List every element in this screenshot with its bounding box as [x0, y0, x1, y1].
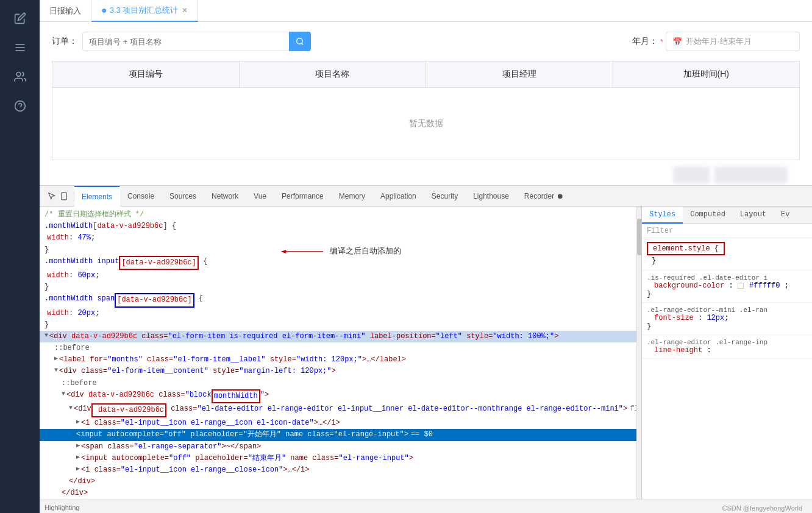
devtools-tab-console[interactable]: Console — [120, 186, 162, 207]
styles-filter-label: Filter — [647, 227, 673, 235]
svg-point-6 — [297, 38, 302, 44]
code-line-5: width: 60px; — [40, 270, 636, 281]
tab-project-label: 3.3 项目别汇总统计 — [110, 5, 179, 16]
sidebar-icon-edit[interactable] — [8, 6, 32, 30]
code-attr-box-2: [data-v-ad929b6c] — [115, 293, 194, 307]
devtools-scrollbar[interactable] — [636, 207, 641, 500]
form-row: 订单： 年月： * 📅 开始年月 — [52, 32, 800, 51]
code-line-7: .monthWidth span[data-v-ad929b6c] { — [40, 293, 636, 307]
styles-rule-3: .el-range-editor .el-range-inp line-heig… — [642, 335, 812, 359]
col-overtime: 加班时间(H) — [613, 62, 800, 88]
code-line-6: } — [40, 281, 636, 293]
devtools-tab-application[interactable]: Application — [373, 186, 424, 207]
annotation-text: 编译之后自动添加的 — [330, 245, 401, 258]
styles-tabs: Styles Computed Layout Ev — [642, 207, 812, 224]
element-style-selector: element.style { — [647, 242, 725, 255]
calendar-icon: 📅 — [672, 37, 682, 46]
code-line-1: .monthWidth[data-v-ad929b6c] { — [40, 221, 636, 232]
code-line-9: } — [40, 319, 636, 331]
code-line-input-selected[interactable]: <input autocomplete= "off" placeholder= … — [40, 429, 636, 440]
sidebar-icon-users[interactable] — [8, 65, 32, 89]
watermark: CSDN @fengyehongWorld — [722, 504, 802, 512]
code-panel[interactable]: /* 重置日期选择框的样式 */ .monthWidth[data-v-ad92… — [40, 207, 636, 500]
code-line-close-i: ▶ <i class= "el-input__icon el-range__cl… — [40, 464, 636, 476]
devtools-tab-memory-label: Memory — [339, 192, 365, 200]
devtools-tab-memory[interactable]: Memory — [332, 186, 373, 207]
code-line-html-1[interactable]: ▼ <div data-v-ad929b6c class= "el-form-i… — [40, 331, 636, 342]
order-input-wrapper — [82, 32, 290, 51]
devtools-cursor-icon[interactable] — [47, 191, 57, 201]
devtools-tab-application-label: Application — [380, 192, 416, 200]
element-style-close: } — [647, 255, 807, 266]
code-line-html-div-inner: ▼ <div data-v-ad929b6c class= "el-date-e… — [40, 403, 636, 417]
tab-daily-input[interactable]: 日报输入 — [40, 0, 91, 22]
code-line-html-label: ▶ <label for= "months" class= "el-form-i… — [40, 354, 636, 366]
tab-daily-label: 日报输入 — [49, 5, 81, 16]
devtools-tab-sources[interactable]: Sources — [162, 186, 204, 207]
tab-close-button[interactable]: ✕ — [182, 6, 188, 15]
styles-rule-2-comment: .el-range-editor--mini .el-ran — [647, 306, 807, 314]
pagination-controls-blurred — [714, 166, 788, 183]
search-button[interactable] — [289, 32, 311, 51]
code-line-close-div2: </div> — [40, 487, 636, 499]
devtools-tab-elements[interactable]: Elements — [74, 186, 120, 207]
devtools-tab-recorder[interactable]: Recorder ⏺ — [517, 186, 572, 207]
sidebar-icon-help[interactable] — [8, 94, 32, 118]
svg-point-3 — [16, 73, 21, 77]
svg-rect-8 — [62, 193, 66, 200]
devtools-panel: Elements Console Sources Network Vue Per… — [40, 185, 812, 513]
col-project-num: 项目编号 — [52, 62, 240, 88]
devtools-tab-performance-label: Performance — [282, 192, 324, 200]
year-month-label: 年月： — [632, 36, 658, 47]
search-icon — [296, 37, 304, 46]
date-range-input[interactable]: 📅 开始年月 ·结束年月 — [666, 32, 800, 51]
devtools-tab-lighthouse[interactable]: Lighthouse — [466, 186, 517, 207]
devtools-tab-security[interactable]: Security — [424, 186, 466, 207]
devtools-bottom-bar: Highlighting CSDN @fengyehongWorld — [40, 500, 812, 513]
styles-tab-ev[interactable]: Ev — [774, 207, 797, 224]
empty-text: 暂无数据 — [62, 94, 789, 154]
code-line-span: ▶ <span class= "el-range-separator" >~</… — [40, 441, 636, 453]
devtools-tab-sources-label: Sources — [169, 192, 196, 200]
annotation-wrapper: 编译之后自动添加的 — [277, 242, 401, 261]
devtools-left-icons — [42, 191, 74, 201]
code-line-html-before: ::before — [40, 342, 636, 354]
page-content: 订单： 年月： * 📅 开始年月 — [40, 22, 812, 185]
data-table: 项目编号 项目名称 项目经理 加班时间(H) 暂无数据 — [52, 61, 800, 160]
styles-rule-1: .is-required .el-date-editor i backgroun… — [642, 271, 812, 303]
code-selector-1: .monthWidth — [45, 221, 93, 232]
devtools-tab-performance[interactable]: Performance — [274, 186, 332, 207]
code-line-close-div1: </div> — [40, 476, 636, 487]
devtools-tab-network[interactable]: Network — [204, 186, 246, 207]
devtools-device-icon[interactable] — [59, 191, 69, 201]
styles-rule-1-close: } — [647, 290, 807, 299]
styles-rule-1-prop: background-color : #fffff0 ; — [647, 281, 807, 290]
pagination-info-blurred — [673, 166, 710, 183]
styles-panel: Styles Computed Layout Ev Filter element… — [641, 207, 812, 500]
devtools-tab-bar: Elements Console Sources Network Vue Per… — [40, 186, 812, 207]
svg-line-7 — [302, 43, 304, 45]
code-comment-text: /* 重置日期选择框的样式 */ — [45, 209, 144, 221]
styles-filter: Filter — [642, 224, 812, 238]
required-star: * — [660, 37, 663, 46]
styles-tab-layout[interactable]: Layout — [733, 207, 774, 224]
styles-tab-computed[interactable]: Computed — [683, 207, 733, 224]
date-start-placeholder: 开始年月 — [686, 36, 718, 47]
devtools-tab-vue[interactable]: Vue — [246, 186, 274, 207]
sidebar-icon-list[interactable] — [8, 35, 32, 60]
styles-rule-1-comment: .is-required .el-date-editor i — [647, 274, 807, 281]
devtools-tab-security-label: Security — [432, 192, 458, 200]
tab-project-stats[interactable]: ● 3.3 项目别汇总统计 ✕ — [91, 0, 198, 22]
tab-bar: 日报输入 ● 3.3 项目别汇总统计 ✕ — [40, 0, 812, 22]
sidebar — [0, 0, 40, 513]
devtools-tab-recorder-label: Recorder ⏺ — [524, 192, 564, 200]
devtools-tab-vue-label: Vue — [254, 192, 266, 200]
styles-tab-styles[interactable]: Styles — [642, 207, 683, 224]
styles-rule-2: .el-range-editor--mini .el-ran font-size… — [642, 303, 812, 335]
styles-rule-2-prop: font-size : 12px; — [647, 314, 807, 322]
styles-element-style-block: element.style { } — [642, 238, 812, 271]
empty-data-cell: 暂无数据 — [52, 88, 800, 160]
order-input[interactable] — [89, 37, 283, 46]
color-swatch-1 — [738, 283, 744, 289]
code-attr-1: data-v-ad929b6c — [97, 221, 163, 232]
